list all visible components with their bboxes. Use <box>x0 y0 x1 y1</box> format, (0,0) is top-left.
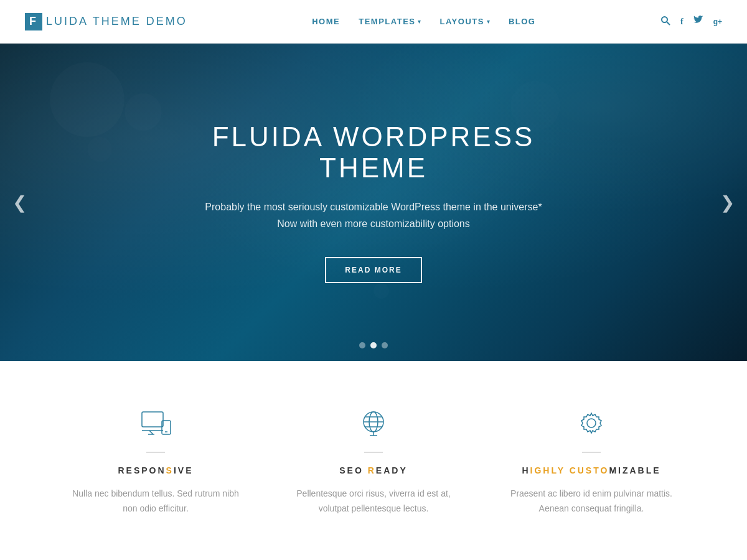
feature-divider-3 <box>582 452 601 453</box>
site-logo[interactable]: F LUIDA THEME DEMO <box>25 13 187 30</box>
nav-templates-label[interactable]: TEMPLATES <box>359 17 415 26</box>
feature-title-responsive: RESPONSIVE <box>72 465 240 475</box>
svg-line-1 <box>667 22 670 25</box>
logo-letter: F <box>29 15 38 28</box>
svg-point-15 <box>587 419 596 427</box>
feature-title-seo: SEO READY <box>289 465 458 475</box>
twitter-icon[interactable] <box>693 16 703 28</box>
hero-prev-button[interactable]: ❮ <box>12 192 27 213</box>
feature-customizable: HIGHLY CUSTOMIZABLE Praesent ac libero i… <box>482 404 700 516</box>
hero-subtitle: Probably the most seriously customizable… <box>181 198 566 232</box>
customizable-icon <box>573 404 610 442</box>
facebook-icon[interactable]: f <box>680 17 684 27</box>
templates-chevron-icon: ▾ <box>418 18 421 25</box>
layouts-chevron-icon: ▾ <box>487 18 490 25</box>
nav-templates[interactable]: TEMPLATES ▾ <box>359 17 421 26</box>
nav-layouts-label[interactable]: LAYOUTS <box>439 17 484 26</box>
gplus-icon[interactable]: g+ <box>713 17 722 26</box>
bubble-5 <box>374 283 389 299</box>
hero-cta-button[interactable]: READ MORE <box>325 257 421 283</box>
svg-rect-2 <box>142 412 163 427</box>
feature-desc-customizable: Praesent ac libero id enim pulvinar matt… <box>507 487 675 516</box>
header-social-icons: f g+ <box>660 16 722 28</box>
features-section: RESPONSIVE Nulla nec bibendum tellus. Se… <box>0 361 747 560</box>
hero-next-button[interactable]: ❯ <box>720 192 735 213</box>
logo-text: LUIDA THEME DEMO <box>46 15 187 28</box>
seo-icon <box>355 404 392 442</box>
site-header: F LUIDA THEME DEMO HOME TEMPLATES ▾ LAYO… <box>0 0 747 44</box>
hero-title: FLUIDA WORDPRESS THEME <box>181 121 566 184</box>
svg-point-0 <box>662 17 667 22</box>
hero-section: ❮ FLUIDA WORDPRESS THEME Probably the mo… <box>0 44 747 361</box>
logo-letter-box: F <box>25 13 42 30</box>
search-icon[interactable] <box>660 16 670 28</box>
feature-desc-responsive: Nulla nec bibendum tellus. Sed rutrum ni… <box>72 487 240 516</box>
nav-layouts[interactable]: LAYOUTS ▾ <box>439 17 489 26</box>
feature-desc-seo: Pellentesque orci risus, viverra id est … <box>289 487 458 516</box>
feature-title-customizable: HIGHLY CUSTOMIZABLE <box>507 465 675 475</box>
hero-dot-1[interactable] <box>359 342 365 348</box>
hero-dot-2[interactable] <box>370 342 377 348</box>
feature-responsive: RESPONSIVE Nulla nec bibendum tellus. Se… <box>47 404 265 516</box>
hero-dots <box>359 342 388 348</box>
feature-divider-2 <box>364 452 383 453</box>
feature-divider-1 <box>146 452 165 453</box>
hero-content: FLUIDA WORDPRESS THEME Probably the most… <box>156 121 591 283</box>
bubble-1 <box>50 62 125 137</box>
hero-dot-3[interactable] <box>382 342 388 348</box>
feature-seo: SEO READY Pellentesque orci risus, viver… <box>265 404 482 516</box>
nav-blog[interactable]: BLOG <box>509 17 536 26</box>
main-nav: HOME TEMPLATES ▾ LAYOUTS ▾ BLOG <box>312 17 535 26</box>
responsive-icon <box>137 404 174 442</box>
bubble-3 <box>87 137 112 162</box>
svg-line-4 <box>149 431 153 434</box>
nav-home[interactable]: HOME <box>312 17 340 26</box>
hero-subtitle-line2: Now with even more customizability optio… <box>277 218 469 229</box>
hero-subtitle-line1: Probably the most seriously customizable… <box>205 202 542 212</box>
